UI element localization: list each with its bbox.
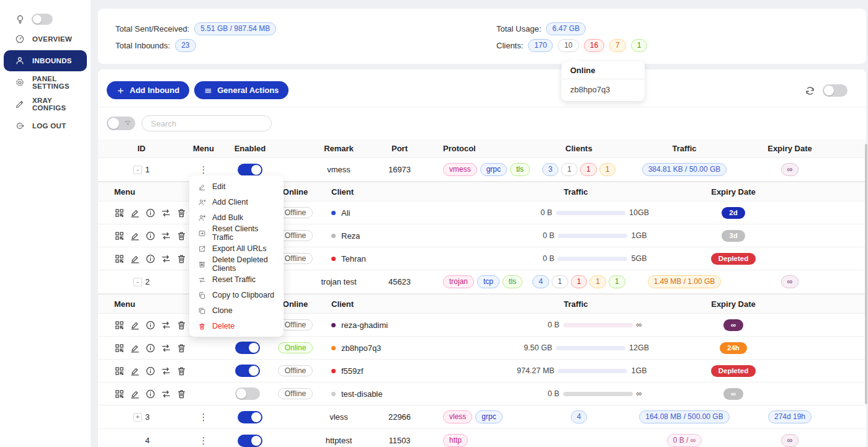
sidebar-item-log-out[interactable]: LOG OUT (4, 115, 87, 136)
client-count-badge[interactable]: 4 (571, 410, 588, 423)
inbound-port: 22966 (377, 412, 433, 422)
trash-icon[interactable] (176, 253, 187, 263)
qr-icon[interactable] (114, 365, 125, 376)
client-count-badge[interactable]: 1 (552, 275, 568, 288)
menu-item-add-bulk[interactable]: Add Bulk (189, 210, 284, 225)
enabled-toggle[interactable] (238, 435, 262, 447)
total-usage-badge: 6.47 GB (546, 22, 586, 35)
edit-icon[interactable] (130, 388, 140, 399)
trash-icon[interactable] (176, 207, 187, 218)
search-input[interactable] (141, 115, 272, 131)
reset-icon[interactable] (161, 230, 171, 241)
general-actions-button[interactable]: General Actions (194, 81, 289, 99)
clients-total-badge[interactable]: 170 (528, 39, 553, 52)
logout-icon (15, 121, 25, 131)
row-menu-button[interactable]: ⋮ (199, 166, 208, 174)
info-icon[interactable] (145, 207, 156, 218)
menu-lines-icon (204, 86, 212, 95)
info-icon[interactable] (145, 253, 156, 263)
info-icon[interactable] (145, 342, 156, 353)
info-icon[interactable] (145, 365, 156, 376)
client-expiry-badge: 24h (720, 342, 747, 354)
collapse-button[interactable]: - (133, 166, 142, 174)
trash-icon[interactable] (176, 319, 187, 330)
theme-toggle[interactable] (32, 14, 53, 25)
qr-icon[interactable] (114, 207, 125, 218)
traffic-used: 0 B (510, 321, 560, 329)
menu-item-copy-to-clipboard[interactable]: Copy to Clipboard (189, 287, 284, 303)
filter-toggle[interactable] (107, 117, 135, 130)
client-enabled-toggle[interactable] (235, 342, 260, 354)
qr-icon[interactable] (114, 230, 125, 241)
clients-expiring-badge[interactable]: 7 (609, 39, 626, 52)
client-count-badge[interactable]: 3 (542, 163, 559, 176)
sidebar-item-inbounds[interactable]: INBOUNDS (4, 50, 87, 71)
client-enabled-toggle[interactable] (235, 365, 260, 377)
traffic-used: 0 B (503, 208, 552, 217)
enabled-toggle[interactable] (238, 411, 262, 423)
client-count-badge[interactable]: 1 (571, 275, 588, 288)
clients-depleted-badge[interactable]: 16 (584, 39, 604, 52)
menu-item-reset-clients-traffic[interactable]: Reset Clients Traffic (189, 225, 284, 241)
menu-item-edit[interactable]: Edit (189, 179, 284, 194)
protocol-badge: tcp (477, 275, 499, 288)
menu-item-reset-traffic[interactable]: Reset Traffic (189, 272, 284, 287)
trash-icon[interactable] (176, 365, 187, 376)
traffic-limit: 12GB (629, 343, 649, 352)
reset-icon[interactable] (161, 207, 171, 218)
client-count-badge[interactable]: 1 (561, 163, 578, 176)
edit-icon[interactable] (130, 319, 140, 330)
edit-icon[interactable] (130, 365, 140, 376)
total-sent-received-label: Total Sent/Received: (115, 24, 189, 33)
row-menu-button[interactable]: ⋮ (199, 413, 208, 422)
info-icon[interactable] (145, 319, 156, 330)
menu-item-delete[interactable]: Delete (189, 318, 284, 334)
online-status-badge: Offline (278, 365, 313, 376)
enabled-toggle[interactable] (238, 164, 262, 176)
expiry-badge: ∞ (781, 275, 799, 288)
clients-gray-badge[interactable]: 10 (558, 39, 578, 52)
trash-icon[interactable] (176, 230, 187, 241)
reset-icon[interactable] (161, 342, 171, 353)
reset-icon[interactable] (161, 253, 171, 263)
sidebar-item-overview[interactable]: OVERVIEW (4, 29, 87, 50)
menu-item-delete-depleted-clients[interactable]: Delete Depleted Clients (189, 256, 284, 272)
client-dot (331, 346, 336, 350)
client-dot (331, 257, 336, 261)
auto-refresh-toggle[interactable] (823, 84, 848, 97)
reset-icon[interactable] (161, 319, 171, 330)
menu-item-export-all-urls[interactable]: Export All URLs (189, 241, 284, 256)
client-count-badge[interactable]: 1 (580, 163, 597, 176)
qr-icon[interactable] (114, 342, 125, 353)
client-count-badge[interactable]: 1 (589, 275, 606, 288)
trash-icon[interactable] (176, 342, 187, 353)
edit-icon[interactable] (130, 230, 140, 241)
collapse-button[interactable]: - (133, 278, 142, 286)
client-count-badge[interactable]: 4 (532, 275, 549, 288)
refresh-icon[interactable] (805, 85, 815, 95)
info-icon[interactable] (145, 230, 156, 241)
client-count-badge[interactable]: 1 (599, 163, 616, 176)
edit-icon[interactable] (130, 342, 140, 353)
client-count-badge[interactable]: 1 (609, 275, 625, 288)
qr-icon[interactable] (114, 319, 125, 330)
edit-icon[interactable] (130, 207, 140, 218)
online-status-badge: Offline (278, 388, 313, 399)
qr-icon[interactable] (114, 253, 125, 263)
sidebar-item-panel-settings[interactable]: PANEL SETTINGS (4, 72, 87, 93)
expand-button[interactable]: + (133, 413, 142, 422)
reset-icon[interactable] (161, 365, 171, 376)
qr-icon[interactable] (114, 388, 125, 399)
menu-item-add-client[interactable]: Add Client (189, 194, 284, 210)
menu-item-clone[interactable]: Clone (189, 303, 284, 318)
scrollbar-thumb[interactable] (865, 144, 867, 404)
row-menu-button[interactable]: ⋮ (199, 436, 208, 445)
add-inbound-button[interactable]: Add Inbound (107, 81, 189, 99)
reset-icon[interactable] (161, 388, 171, 399)
trash-icon[interactable] (176, 388, 187, 399)
sidebar-item-xray-configs[interactable]: XRAY CONFIGS (4, 94, 87, 115)
client-enabled-toggle[interactable] (235, 387, 260, 400)
edit-icon[interactable] (130, 253, 140, 263)
info-icon[interactable] (145, 388, 156, 399)
clients-online-badge[interactable]: 1 (631, 39, 648, 52)
